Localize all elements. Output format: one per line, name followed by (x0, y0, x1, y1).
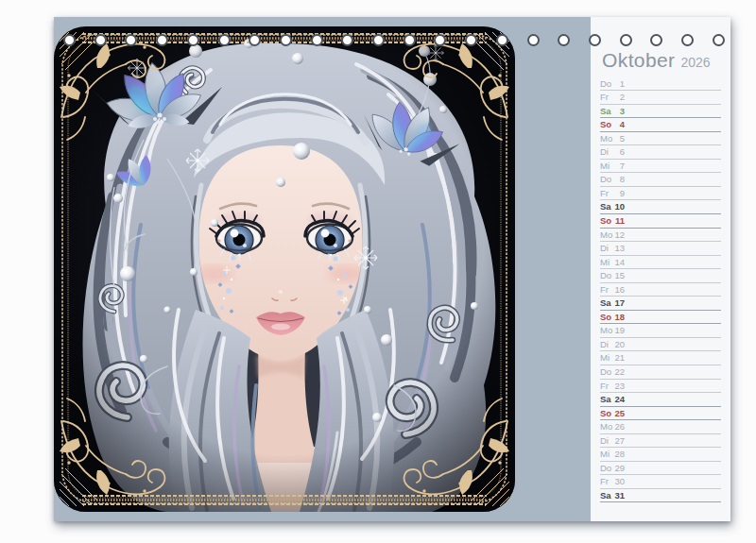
weekday-label: Mo (600, 326, 614, 335)
binding-hole (280, 34, 292, 46)
day-number: 6 (614, 147, 625, 157)
day-number: 3 (614, 107, 625, 116)
day-row: Mi 28 (600, 448, 721, 462)
day-number: 16 (614, 285, 625, 295)
binding-hole (311, 34, 323, 46)
weekday-label: Mo (600, 230, 614, 240)
binding-hole (650, 34, 662, 46)
binding-hole (527, 34, 540, 46)
day-number: 2 (614, 93, 625, 102)
weekday-label: Sa (600, 202, 614, 212)
day-row: So 18 (600, 311, 721, 325)
binding-hole (589, 34, 601, 46)
weekday-label: Di (600, 436, 614, 446)
day-number: 21 (614, 353, 625, 363)
month-title: Oktober (602, 49, 676, 71)
day-number: 18 (614, 313, 625, 322)
binding-hole (187, 34, 199, 46)
day-row: Di 13 (600, 242, 721, 256)
day-number: 23 (614, 382, 625, 391)
day-row: Do 15 (600, 269, 721, 283)
day-number: 15 (614, 271, 625, 280)
weekday-label: Fr (600, 189, 614, 198)
day-number: 9 (614, 189, 625, 198)
day-row: Fr 16 (600, 283, 721, 297)
day-number: 7 (614, 161, 625, 171)
day-row: Di 27 (600, 434, 721, 449)
day-row: Mo 26 (600, 420, 721, 434)
day-number: 26 (614, 422, 625, 432)
day-number: 1 (614, 79, 625, 89)
binding-hole (249, 34, 261, 46)
weekday-label: Do (600, 464, 614, 473)
weekday-label: Mi (600, 450, 614, 459)
day-number: 20 (614, 340, 625, 349)
weekday-label: Fr (600, 477, 614, 486)
weekday-label: Mi (600, 161, 614, 171)
binding-hole (465, 34, 477, 46)
weekday-label: Do (600, 79, 614, 89)
weekday-label: So (600, 409, 614, 418)
binding-hole (681, 34, 694, 46)
day-row: Mi 7 (600, 160, 721, 174)
day-row: Do 29 (600, 462, 721, 476)
weekday-label: Mi (600, 258, 614, 267)
day-row: Do 22 (600, 365, 721, 380)
weekday-label: Fr (600, 382, 614, 391)
day-number: 19 (614, 326, 625, 335)
weekday-label: Do (600, 367, 614, 377)
weekday-label: Do (600, 175, 614, 184)
day-list: Do 1 Fr 2 Sa 3 So 4 Mo 5 Di 6 Mi 7 Do 8 … (591, 77, 730, 503)
day-number: 8 (614, 175, 625, 184)
day-row: Fr 9 (600, 187, 721, 201)
day-row: Mi 14 (600, 256, 721, 270)
day-number: 27 (614, 436, 625, 446)
binding-hole (341, 34, 353, 46)
weekday-label: Mi (600, 353, 614, 363)
weekday-label: Di (600, 244, 614, 253)
day-number: 29 (614, 464, 625, 473)
day-row: Fr 30 (600, 475, 721, 489)
day-number: 14 (614, 258, 625, 267)
binding-hole (620, 34, 632, 46)
weekday-label: Sa (600, 491, 614, 501)
day-number: 25 (614, 409, 625, 418)
day-number: 22 (614, 367, 625, 377)
date-panel: Oktober2026 Do 1 Fr 2 Sa 3 So 4 Mo 5 Di … (591, 17, 730, 521)
binding-hole (156, 34, 168, 46)
artwork-illustration (54, 26, 515, 512)
weekday-label: Di (600, 147, 614, 157)
day-row: Sa 17 (600, 297, 721, 311)
day-row: Mo 19 (600, 324, 721, 338)
day-number: 10 (614, 202, 625, 212)
day-row: So 25 (600, 407, 721, 421)
binding-hole (496, 34, 508, 46)
binding-hole (125, 34, 137, 46)
day-row: Do 8 (600, 173, 721, 187)
binding-hole (404, 34, 416, 46)
day-row: So 11 (600, 214, 721, 229)
binding-holes (63, 34, 725, 46)
weekday-label: So (600, 120, 614, 129)
year-label: 2026 (681, 55, 711, 70)
weekday-label: Fr (600, 285, 614, 295)
day-row: Do 1 (600, 77, 721, 92)
day-row: Mo 5 (600, 132, 721, 146)
binding-hole (94, 34, 107, 46)
day-number: 31 (614, 491, 625, 501)
day-number: 11 (614, 216, 625, 226)
day-row: Fr 2 (600, 91, 721, 105)
weekday-label: So (600, 216, 614, 226)
day-number: 5 (614, 134, 625, 144)
weekday-label: Di (600, 340, 614, 349)
binding-hole (434, 34, 446, 46)
day-row: Sa 24 (600, 393, 721, 407)
day-number: 24 (614, 395, 625, 404)
weekday-label: Mo (600, 134, 614, 144)
day-row: Sa 31 (600, 489, 721, 503)
weekday-label: Fr (600, 93, 614, 102)
day-number: 12 (614, 230, 625, 240)
day-row: Fr 23 (600, 380, 721, 394)
binding-hole (218, 34, 231, 46)
binding-hole (713, 34, 725, 46)
